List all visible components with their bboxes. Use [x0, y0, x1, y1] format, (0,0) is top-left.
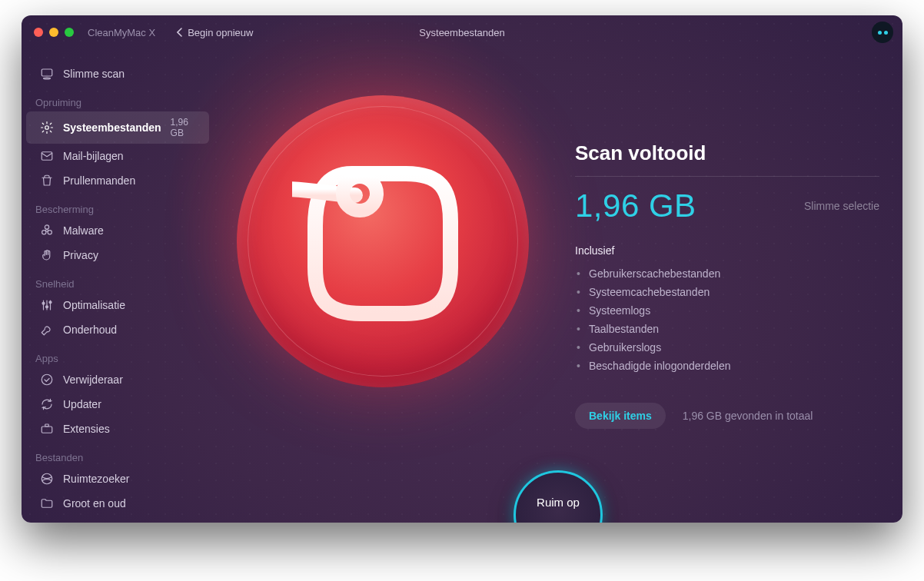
sidebar-item-prullenmanden[interactable]: Prullenmanden — [26, 168, 209, 193]
svg-rect-13 — [45, 424, 49, 427]
assistant-button[interactable] — [872, 22, 893, 43]
sidebar-item-label: Privacy — [63, 249, 98, 261]
sidebar-section-title: Bescherming — [22, 193, 214, 218]
sidebar-item-label: Systeembestanden — [63, 121, 161, 134]
sidebar-item-label: Optimalisatie — [63, 299, 125, 311]
sidebar-item-privacy[interactable]: Privacy — [26, 243, 209, 267]
sidebar-item-groot-en-oud[interactable]: Groot en oud — [26, 491, 209, 516]
svg-point-7 — [48, 231, 52, 234]
svg-point-8 — [42, 302, 45, 304]
tag-icon — [292, 151, 474, 332]
back-button-label: Begin opnieuw — [188, 27, 253, 38]
sidebar-item-label: Verwijderaar — [63, 374, 123, 386]
scan-size: 1,96 GB — [575, 188, 696, 224]
biohazard-icon — [40, 224, 54, 237]
inclusive-label: Inclusief — [575, 244, 879, 257]
svg-point-6 — [42, 231, 46, 234]
inclusive-list: GebruikerscachebestandenSysteemcachebest… — [575, 264, 879, 375]
sliders-icon — [40, 298, 54, 312]
sidebar-item-label: Slimme scan — [63, 68, 125, 80]
svg-point-1 — [44, 78, 51, 79]
updater-icon — [40, 397, 54, 411]
svg-rect-3 — [42, 152, 52, 161]
sidebar-item-label: Malware — [63, 224, 104, 237]
window-maximize[interactable] — [65, 28, 74, 37]
sidebar-item-verwijderaar[interactable]: Verwijderaar — [26, 367, 209, 392]
space-lens-icon — [40, 472, 54, 486]
clean-button[interactable]: Ruim op — [514, 470, 603, 523]
svg-point-5 — [45, 225, 48, 229]
sidebar-item-malware[interactable]: Malware — [26, 218, 209, 243]
app-title: CleanMyMac X — [88, 27, 155, 38]
inclusive-list-item: Systeemlogs — [575, 301, 879, 320]
sidebar-item-label: Updater — [63, 398, 101, 410]
divider — [575, 176, 879, 177]
wrench-icon — [40, 323, 54, 337]
svg-rect-0 — [42, 69, 52, 76]
sidebar-item-extensies[interactable]: Extensies — [26, 417, 209, 441]
view-items-button[interactable]: Bekijk items — [575, 403, 666, 429]
sidebar-item-label: Versnipperaar — [63, 522, 130, 523]
sidebar-section-title: Bestanden — [22, 441, 214, 466]
extensions-icon — [40, 422, 54, 436]
svg-point-11 — [42, 374, 52, 385]
chevron-left-icon — [177, 28, 183, 37]
sidebar-item-versnipperaar[interactable]: Versnipperaar — [26, 516, 209, 523]
sidebar-item-systeembestanden[interactable]: Systeembestanden1,96 GB — [26, 111, 209, 144]
sidebar-item-label: Ruimtezoeker — [63, 473, 129, 485]
back-button[interactable]: Begin opnieuw — [177, 27, 253, 38]
sidebar-item-ruimtezoeker[interactable]: Ruimtezoeker — [26, 466, 209, 491]
smart-selection-link[interactable]: Slimme selectie — [804, 200, 879, 212]
clean-button-label: Ruim op — [537, 496, 580, 509]
inclusive-list-item: Systeemcachebestanden — [575, 283, 879, 301]
sidebar-item-label: Onderhoud — [63, 324, 117, 336]
folder-icon — [40, 496, 54, 510]
inclusive-list-item: Taalbestanden — [575, 320, 879, 338]
sidebar-item-updater[interactable]: Updater — [26, 392, 209, 417]
sidebar-item-badge: 1,96 GB — [171, 117, 198, 138]
sidebar-item-slimme-scan[interactable]: Slimme scan — [26, 61, 209, 86]
inclusive-list-item: Gebruikerslogs — [575, 338, 879, 357]
sidebar-item-label: Mail-bijlagen — [63, 150, 124, 162]
sidebar: Slimme scanOpruimingSysteembestanden1,96… — [22, 58, 214, 523]
gear-icon — [40, 121, 54, 134]
window-close[interactable] — [34, 28, 43, 37]
inclusive-list-item: Gebruikerscachebestanden — [575, 264, 879, 283]
inclusive-list-item: Beschadigde inlogonderdelen — [575, 357, 879, 375]
found-total-text: 1,96 GB gevonden in totaal — [683, 410, 813, 422]
trash-icon — [40, 174, 54, 188]
sidebar-section-title: Apps — [22, 342, 214, 367]
sidebar-item-label: Extensies — [63, 423, 110, 435]
titlebar: CleanMyMac X Begin opnieuw Systeembestan… — [22, 15, 902, 49]
main-content: Scan voltooid 1,96 GB Slimme selectie In… — [214, 49, 902, 523]
sidebar-section-title: Snelheid — [22, 267, 214, 293]
svg-point-2 — [45, 126, 49, 130]
mail-icon — [40, 149, 54, 163]
hero-graphic — [237, 95, 529, 387]
svg-point-10 — [49, 301, 52, 304]
svg-point-9 — [46, 306, 48, 308]
scan-title: Scan voltooid — [575, 141, 879, 165]
sidebar-item-mail-bijlagen[interactable]: Mail-bijlagen — [26, 144, 209, 168]
sidebar-item-label: Groot en oud — [63, 497, 126, 510]
monitor-icon — [40, 67, 54, 81]
traffic-lights — [34, 28, 74, 37]
sidebar-item-label: Prullenmanden — [63, 174, 135, 187]
result-panel: Scan voltooid 1,96 GB Slimme selectie In… — [575, 141, 879, 429]
sidebar-section-title: Opruiming — [22, 86, 214, 111]
svg-rect-12 — [42, 427, 52, 433]
sidebar-item-onderhoud[interactable]: Onderhoud — [26, 317, 209, 342]
hand-icon — [40, 248, 54, 262]
sidebar-item-optimalisatie[interactable]: Optimalisatie — [26, 293, 209, 317]
shredder-icon — [40, 521, 54, 523]
window-minimize[interactable] — [49, 28, 58, 37]
uninstall-icon — [40, 373, 54, 387]
app-window: CleanMyMac X Begin opnieuw Systeembestan… — [22, 15, 902, 523]
